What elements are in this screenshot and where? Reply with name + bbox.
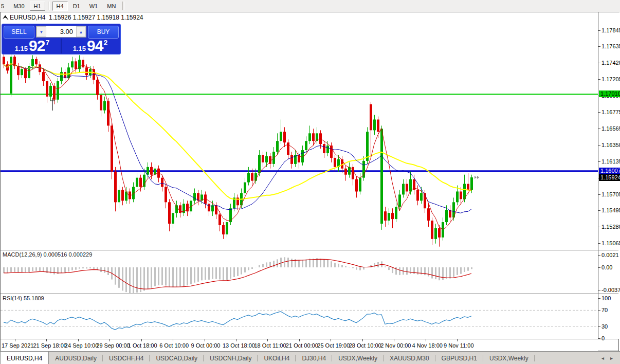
candle-body [445,210,448,222]
candle-body [161,178,163,187]
time-tick-mark [299,339,300,341]
chart-tab-dj30-h4[interactable]: DJ30,H4 [296,352,332,364]
candle-body [323,144,325,153]
time-tick-mark [46,339,47,341]
rsi-panel-separator [1,294,618,294]
candle-body [226,222,228,234]
time-tick-mark [141,339,142,341]
candle-body [290,155,293,164]
chart-window: EURUSD,H4 1.15926 1.15927 1.15918 1.1592… [0,12,619,351]
candle-body [251,173,253,181]
price-tick-label: 1.17845 [601,27,620,33]
price-tick-mark [598,145,600,145]
price-tick-mark [598,30,600,31]
rsi-line [4,312,471,330]
candle-body [139,178,142,187]
candle-body [85,67,88,75]
candle-body [388,213,390,221]
candle-body [280,132,282,141]
price-tick-label: 1.15495 [601,207,620,213]
time-tick-mark [236,339,236,341]
chart-tab-xauusd-m30[interactable]: XAUUSD,M30 [384,352,435,364]
chart-tab-usdx-weekly[interactable]: USDX,Weekly [483,352,535,364]
candle-body [118,190,120,203]
rsi-axis-label: 70 [601,307,608,313]
chart-title: EURUSD,H4 1.15926 1.15927 1.15918 1.1592… [10,14,143,21]
hline-price-label: 1.16007 [599,168,620,174]
one-click-trade-panel: SELL ▼ ▲ BUY 1.15 92 7 1.15 94 2 [2,24,121,54]
rsi-tick-mark [598,326,600,327]
candle-body [165,187,167,203]
rsi-indicator[interactable] [1,294,598,339]
timeframe-button-mn[interactable]: MN [103,2,120,11]
tab-scroll-right-icon[interactable]: ▸ [607,355,616,361]
chart-tab-usdchf-h4[interactable]: USDCHF,H4 [103,352,150,364]
chart-tab-usdcnh-daily[interactable]: USDCNH,Daily [204,352,258,364]
candle-body [420,193,423,201]
time-axis[interactable]: 17 Sep 202121 Sep 18:0024 Sep 10:0029 Se… [1,339,598,351]
rsi-tick-mark [598,298,600,299]
chart-title-ohlc: 1.15926 1.15927 1.15918 1.15924 [49,14,143,21]
hline-price-label: 1.17010 [599,90,620,97]
timeframe-button-d1[interactable]: D1 [69,2,84,11]
timeframe-button-5[interactable]: 5 [0,2,8,11]
price-tick-label: 1.15705 [601,191,620,197]
buy-price-big: 94 [87,38,103,53]
chart-tab-usdx-weekly[interactable]: USDX,Weekly [332,352,384,364]
time-axis-label: 29 Sep 00:00 [96,342,130,349]
candle-body [150,167,153,175]
price-tick-label: 1.16565 [601,125,620,132]
sell-price-pip: 7 [45,39,49,46]
price-axis[interactable]: 1.178451.176351.174201.172051.169901.167… [598,12,619,339]
buy-price-pip: 2 [103,39,107,46]
candle-body [35,59,38,64]
price-tick-mark [598,129,600,129]
macd-label: MACD(12,26,9) 0.000516 0.000229 [3,251,92,258]
time-tick-mark [331,339,331,341]
timeframe-button-h1[interactable]: H1 [30,2,45,11]
price-tick-mark [598,210,600,211]
tab-scroll-left-icon[interactable]: ◂ [598,355,607,361]
chart-title-symbol: EURUSD,H4 [10,14,45,21]
timeframe-button-w1[interactable]: W1 [85,2,102,11]
macd-axis-label: -0.00379 [601,287,620,293]
candle-body [438,228,441,238]
chart-tab-bar: EURUSD,H4AUDUSD,DailyUSDCHF,H4USDCAD,Dai… [0,351,620,364]
candle-body [380,129,383,224]
chart-tab-eurusd-h4[interactable]: EURUSD,H4 [0,352,49,364]
time-tick-mark [173,339,173,341]
volume-input[interactable] [46,26,76,37]
chart-tab-gbpusd-h1[interactable]: GBPUSD,H1 [435,352,483,364]
price-tick-label: 1.17205 [601,76,620,82]
candle-body [427,208,430,221]
price-tick-mark [598,46,600,47]
candle-body [222,225,225,234]
timeframe-button-h4[interactable]: H4 [52,2,68,11]
candle-body [442,222,444,238]
time-axis-label: 6 Oct 10:00 [159,342,189,349]
candle-body [172,213,174,224]
time-axis-label: 2 Nov 00:00 [380,342,411,349]
chart-tab-audusd-daily[interactable]: AUDUSD,Daily [49,352,103,364]
sell-price-display[interactable]: 1.15 92 7 [4,39,61,53]
candle-body [136,178,138,187]
timeframe-button-m30[interactable]: M30 [9,2,28,11]
moving-average-mid [4,64,471,213]
buy-price-display[interactable]: 1.15 94 2 [62,39,119,53]
time-axis-label: 17 Sep 2021 [2,342,33,349]
volume-increase-button[interactable]: ▲ [76,26,86,37]
chart-tab-usdcad-daily[interactable]: USDCAD,Daily [150,352,204,364]
candle-body [359,178,361,192]
price-tick-label: 1.16350 [601,142,620,148]
candle-body [352,167,354,179]
candle-body [17,66,20,75]
volume-decrease-button[interactable]: ▼ [37,26,46,37]
candle-body [276,141,279,152]
chart-tab-ukoil-h4[interactable]: UKOil,H4 [258,352,296,364]
time-axis-label: 4 Nov 18:00 [412,342,443,349]
time-tick-mark [362,339,363,341]
candle-body [391,213,394,219]
candle-body [434,228,437,239]
time-tick-mark [205,339,205,341]
candle-body [384,211,387,221]
